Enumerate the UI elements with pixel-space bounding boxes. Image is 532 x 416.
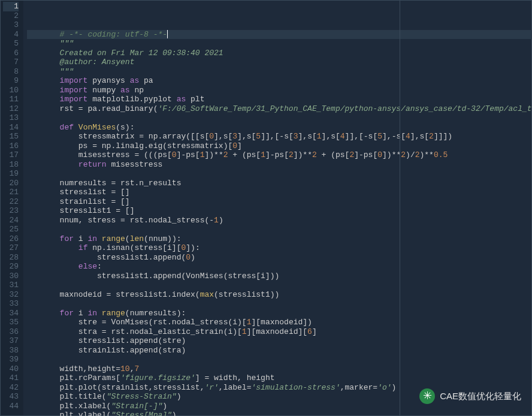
code-line[interactable]: import pyansys as pa (27, 76, 532, 86)
line-number: 25 (3, 225, 19, 234)
line-number: 33 (3, 299, 19, 309)
line-number: 8 (3, 67, 19, 77)
line-number: 26 (3, 234, 19, 244)
line-number: 24 (3, 216, 19, 225)
line-number: 15 (3, 132, 19, 141)
code-line[interactable]: for i in range(len(nnum)): (27, 234, 532, 244)
code-line[interactable]: stresslist = [] (27, 188, 532, 197)
line-number: 1 (3, 2, 19, 11)
code-line[interactable] (27, 113, 532, 123)
code-line[interactable]: stresslist1 = [] (27, 206, 532, 216)
code-line[interactable] (27, 299, 532, 309)
line-number: 18 (3, 160, 19, 170)
code-line[interactable]: numresults = rst.n_results (27, 179, 532, 188)
code-line[interactable] (27, 225, 532, 234)
line-number: 14 (3, 123, 19, 132)
line-number: 36 (3, 327, 19, 337)
code-line[interactable]: """ (27, 39, 532, 49)
code-line[interactable]: plt.ylabel("Stress[Mpa]") (27, 411, 532, 416)
wechat-icon-glyph: ✳ (423, 391, 432, 401)
line-number: 4 (3, 30, 19, 40)
line-number: 29 (3, 262, 19, 272)
code-line[interactable]: import numpy as np (27, 86, 532, 95)
text-cursor (167, 30, 168, 38)
watermark-label: CAE数值优化轻量化 (440, 391, 521, 401)
code-line[interactable]: import matplotlib.pyplot as plt (27, 95, 532, 104)
line-number: 12 (3, 104, 19, 114)
line-number: 37 (3, 336, 19, 346)
line-number: 10 (3, 86, 19, 95)
code-line[interactable]: ps = np.linalg.eig(stressmatrix)[0] (27, 141, 532, 151)
line-number: 42 (3, 383, 19, 393)
line-number: 3 (3, 20, 19, 30)
line-number: 16 (3, 141, 19, 151)
code-line[interactable]: strainlist.append(stra) (27, 346, 532, 355)
code-line[interactable]: stra = rst.nodal_elastic_strain(i)[1][ma… (27, 327, 532, 337)
line-number: 7 (3, 58, 19, 67)
line-number: 11 (3, 95, 19, 104)
line-number: 6 (3, 49, 19, 58)
line-number: 13 (3, 113, 19, 123)
line-number: 19 (3, 169, 19, 179)
code-line[interactable]: if np.isnan(stress[i][0]): (27, 243, 532, 253)
code-line[interactable]: @author: Ansyent (27, 58, 532, 67)
line-number: 9 (3, 76, 19, 86)
line-number: 5 (3, 39, 19, 49)
code-line[interactable]: plt.rcParams['figure.figsize'] = width, … (27, 373, 532, 383)
code-line[interactable]: for i in range(numresults): (27, 309, 532, 318)
column-ruler (400, 1, 400, 415)
line-number: 23 (3, 206, 19, 216)
code-line[interactable]: strainlist = [] (27, 197, 532, 207)
code-line[interactable]: nnum, stress = rst.nodal_stress(-1) (27, 216, 532, 225)
watermark: ✳ CAE数值优化轻量化 (419, 388, 521, 404)
code-line[interactable]: stre = VonMises(rst.nodal_stress(i)[1][m… (27, 318, 532, 327)
line-number: 27 (3, 243, 19, 253)
line-number: 2 (3, 11, 19, 21)
line-number: 44 (3, 402, 19, 411)
code-line[interactable]: stresslist1.append(0) (27, 253, 532, 263)
code-line[interactable]: rst = pa.read_binary('F:/06_SoftWare_Tem… (27, 104, 532, 114)
line-number: 28 (3, 253, 19, 263)
line-number: 32 (3, 290, 19, 300)
code-line[interactable]: stresslist1.append(VonMises(stress[i])) (27, 272, 532, 281)
line-number: 22 (3, 197, 19, 207)
code-line[interactable]: stresslist.append(stre) (27, 336, 532, 346)
code-line[interactable]: Created on Fri Mar 12 09:38:40 2021 (27, 49, 532, 58)
code-line[interactable]: maxnodeid = stresslist1.index(max(stress… (27, 290, 532, 300)
code-line[interactable]: stressmatrix = np.array([[s[0],s[3],s[5]… (27, 132, 532, 141)
line-number: 43 (3, 392, 19, 402)
line-number: 31 (3, 281, 19, 290)
code-line[interactable]: """ (27, 67, 532, 77)
code-line[interactable]: width,height=10,7 (27, 364, 532, 374)
wechat-icon: ✳ (419, 388, 435, 404)
code-editor[interactable]: 1234567891011121314151617181920212223242… (0, 0, 532, 416)
line-number: 34 (3, 309, 19, 318)
line-number: 30 (3, 272, 19, 281)
code-line[interactable]: misesstress = (((ps[0]-ps[1])**2 + (ps[1… (27, 150, 532, 160)
line-number: 17 (3, 150, 19, 160)
line-number: 35 (3, 318, 19, 327)
code-line[interactable]: # -*- coding: utf-8 -*- (27, 30, 532, 40)
line-number: 39 (3, 355, 19, 364)
line-number: 38 (3, 346, 19, 355)
code-line[interactable]: def VonMises(s): (27, 123, 532, 132)
line-number: 41 (3, 373, 19, 383)
line-number: 40 (3, 364, 19, 374)
code-area[interactable]: # -*- coding: utf-8 -*- """ Created on F… (23, 1, 532, 415)
line-number: 21 (3, 188, 19, 197)
code-line[interactable]: return misesstress (27, 160, 532, 170)
code-line[interactable] (27, 355, 532, 364)
code-line[interactable] (27, 281, 532, 290)
line-number-gutter: 1234567891011121314151617181920212223242… (1, 1, 23, 415)
code-line[interactable] (27, 169, 532, 179)
line-number: 20 (3, 179, 19, 188)
code-line[interactable]: else: (27, 262, 532, 272)
